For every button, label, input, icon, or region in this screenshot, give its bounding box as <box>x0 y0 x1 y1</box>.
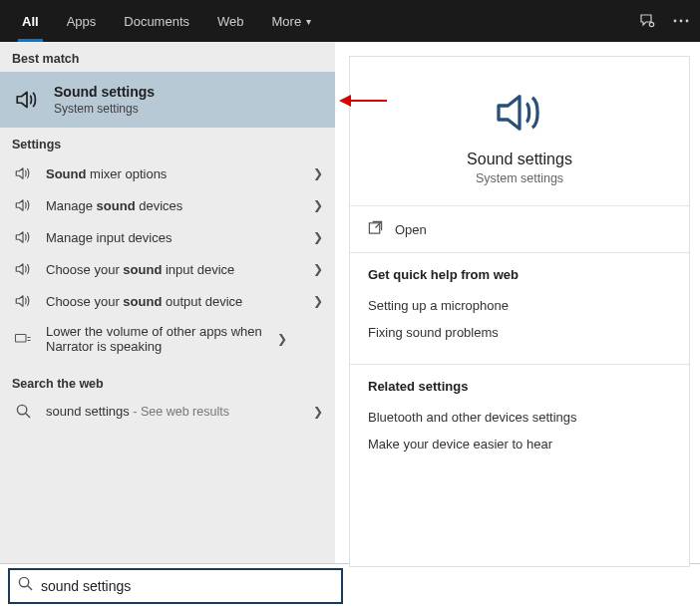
quick-help-link[interactable]: Setting up a microphone <box>368 292 671 319</box>
svg-point-2 <box>649 22 653 26</box>
search-box[interactable] <box>8 568 343 604</box>
feedback-icon[interactable] <box>638 12 656 30</box>
search-bar <box>0 563 700 607</box>
open-action[interactable]: Open <box>350 206 689 252</box>
narrator-icon <box>12 330 34 348</box>
related-link[interactable]: Make your device easier to hear <box>368 431 671 457</box>
related-link[interactable]: Bluetooth and other devices settings <box>368 404 671 431</box>
speaker-icon <box>12 196 34 214</box>
search-icon <box>12 404 34 419</box>
search-icon <box>18 576 33 595</box>
speaker-icon <box>12 87 42 113</box>
speaker-icon <box>12 228 34 246</box>
section-settings-label: Settings <box>0 128 335 157</box>
details-panel: Sound settings System settings Open Get … <box>349 56 690 567</box>
details-subtitle: System settings <box>476 171 563 185</box>
results-panel: Best match Sound settings System setting… <box>0 42 335 563</box>
svg-point-10 <box>19 577 28 586</box>
quick-help-heading: Get quick help from web <box>368 267 671 282</box>
settings-result-row[interactable]: Sound mixer options❯ <box>0 157 335 189</box>
related-heading: Related settings <box>368 379 671 394</box>
tab-apps[interactable]: Apps <box>53 0 111 42</box>
tab-documents[interactable]: Documents <box>110 0 203 42</box>
tab-web[interactable]: Web <box>203 0 258 42</box>
settings-result-label: Lower the volume of other apps when Narr… <box>46 324 265 354</box>
section-web-label: Search the web <box>0 367 335 397</box>
chevron-down-icon: ▾ <box>306 16 311 27</box>
svg-line-8 <box>25 414 29 418</box>
more-options-icon[interactable] <box>672 12 690 30</box>
speaker-icon <box>12 292 34 310</box>
web-result-row[interactable]: sound settings - See web results ❯ <box>0 397 335 426</box>
svg-point-5 <box>686 20 689 23</box>
svg-point-4 <box>680 20 683 23</box>
chevron-right-icon: ❯ <box>313 405 323 419</box>
settings-result-label: Choose your sound input device <box>46 262 301 277</box>
svg-rect-6 <box>16 335 27 343</box>
search-input[interactable] <box>41 578 333 594</box>
best-match-subtitle: System settings <box>54 102 155 116</box>
settings-result-row[interactable]: Lower the volume of other apps when Narr… <box>0 317 335 361</box>
chevron-right-icon: ❯ <box>313 262 323 276</box>
speaker-icon <box>12 164 34 182</box>
svg-point-3 <box>674 20 677 23</box>
open-label: Open <box>395 222 427 237</box>
settings-result-label: Manage input devices <box>46 230 301 245</box>
details-title: Sound settings <box>467 151 572 168</box>
chevron-right-icon: ❯ <box>313 198 323 212</box>
chevron-right-icon: ❯ <box>277 332 287 346</box>
tab-all[interactable]: All <box>8 0 53 42</box>
svg-point-7 <box>17 405 26 414</box>
chevron-right-icon: ❯ <box>313 230 323 244</box>
settings-result-row[interactable]: Manage input devices❯ <box>0 221 335 253</box>
speaker-large-icon <box>492 85 547 141</box>
chevron-right-icon: ❯ <box>313 294 323 308</box>
settings-result-row[interactable]: Choose your sound output device❯ <box>0 285 335 317</box>
web-result-label: sound settings - See web results <box>46 404 301 419</box>
top-tab-bar: AllAppsDocumentsWebMore▾ <box>0 0 700 42</box>
speaker-icon <box>12 260 34 278</box>
settings-result-row[interactable]: Manage sound devices❯ <box>0 189 335 221</box>
settings-result-label: Manage sound devices <box>46 198 301 213</box>
open-icon <box>368 220 383 238</box>
settings-result-label: Choose your sound output device <box>46 294 301 309</box>
tab-more[interactable]: More▾ <box>258 0 326 42</box>
best-match-result[interactable]: Sound settings System settings <box>0 72 335 128</box>
quick-help-link[interactable]: Fixing sound problems <box>368 319 671 346</box>
settings-result-row[interactable]: Choose your sound input device❯ <box>0 253 335 285</box>
section-best-match-label: Best match <box>0 42 335 72</box>
svg-line-11 <box>28 586 32 590</box>
best-match-title: Sound settings <box>54 84 155 100</box>
settings-result-label: Sound mixer options <box>46 166 301 181</box>
chevron-right-icon: ❯ <box>313 166 323 180</box>
